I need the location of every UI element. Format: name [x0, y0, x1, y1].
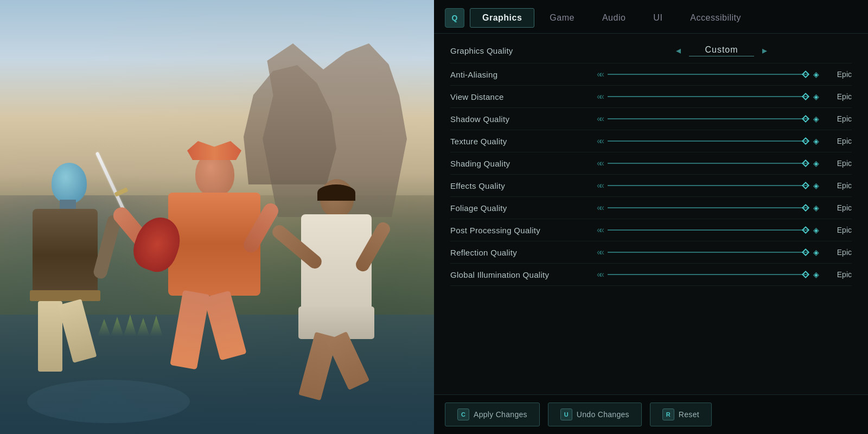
screenshot-panel — [0, 0, 434, 434]
slider-row-texture-quality: Texture Quality «« ◈ Epic — [450, 130, 852, 152]
slider-track-post-processing-quality[interactable] — [608, 229, 808, 231]
slider-row-reflection-quality: Reflection Quality «« ◈ Epic — [450, 241, 852, 264]
q-icon[interactable]: Q — [445, 8, 464, 28]
graphics-quality-control: ◂ Custom ▸ — [591, 44, 852, 56]
slider-thumb-shadow-quality[interactable] — [802, 115, 809, 123]
slider-thumb-post-processing-quality[interactable] — [802, 226, 809, 234]
slider-row-anti-aliasing: Anti-Aliasing «« ◈ Epic — [450, 63, 852, 86]
slider-left-effects-quality[interactable]: «« — [597, 181, 602, 190]
bottom-buttons-container: CApply ChangesUUndo ChangesRReset — [445, 403, 712, 426]
slider-control-effects-quality: «« ◈ Epic — [597, 181, 852, 190]
graphics-quality-row: Graphics Quality ◂ Custom ▸ — [450, 38, 852, 63]
slider-track-shadow-quality[interactable] — [608, 118, 808, 119]
tab-game[interactable]: Game — [537, 8, 587, 28]
screenshot-bg — [0, 0, 434, 434]
slider-track-shading-quality[interactable] — [608, 163, 808, 164]
slider-track-reflection-quality[interactable] — [608, 252, 808, 253]
label-foliage-quality: Foliage Quality — [450, 203, 591, 213]
slider-track-foliage-quality[interactable] — [608, 207, 808, 208]
slider-right-view-distance[interactable]: ◈ — [813, 92, 819, 101]
slider-thumb-anti-aliasing[interactable] — [802, 71, 809, 78]
slider-rows-container: Anti-Aliasing «« ◈ Epic View Distance ««… — [450, 63, 852, 286]
tab-accessibility[interactable]: Accessibility — [678, 8, 754, 28]
slider-left-shading-quality[interactable]: «« — [597, 158, 602, 168]
slider-right-effects-quality[interactable]: ◈ — [813, 181, 819, 190]
slider-track-effects-quality[interactable] — [608, 185, 808, 186]
slider-left-shadow-quality[interactable]: «« — [597, 114, 602, 124]
slider-left-texture-quality[interactable]: «« — [597, 136, 602, 146]
settings-list: Graphics Quality ◂ Custom ▸ Anti-Aliasin… — [434, 34, 868, 394]
slider-row-foliage-quality: Foliage Quality «« ◈ Epic — [450, 197, 852, 219]
slider-right-shading-quality[interactable]: ◈ — [813, 159, 819, 168]
slider-value-foliage-quality: Epic — [825, 203, 852, 212]
slider-right-shadow-quality[interactable]: ◈ — [813, 114, 819, 123]
btn-undo[interactable]: UUndo Changes — [548, 403, 642, 426]
slider-fill-anti-aliasing — [608, 74, 808, 75]
tab-graphics[interactable]: Graphics — [470, 8, 534, 28]
slider-thumb-shading-quality[interactable] — [802, 159, 809, 167]
slider-fill-shadow-quality — [608, 118, 808, 119]
quality-arrow-left[interactable]: ◂ — [676, 44, 681, 56]
slider-track-texture-quality[interactable] — [608, 141, 808, 142]
slider-value-shadow-quality: Epic — [825, 114, 852, 123]
slider-left-anti-aliasing[interactable]: «« — [597, 69, 602, 79]
slider-value-effects-quality: Epic — [825, 181, 852, 190]
slider-right-reflection-quality[interactable]: ◈ — [813, 248, 819, 257]
slider-track-anti-aliasing[interactable] — [608, 74, 808, 75]
slider-thumb-global-illumination-quality[interactable] — [802, 271, 809, 278]
slider-fill-texture-quality — [608, 141, 808, 142]
slider-left-global-illumination-quality[interactable]: «« — [597, 270, 602, 279]
slider-left-view-distance[interactable]: «« — [597, 92, 602, 101]
btn-label-apply: Apply Changes — [474, 410, 527, 419]
label-effects-quality: Effects Quality — [450, 181, 591, 190]
slider-track-global-illumination-quality[interactable] — [608, 274, 808, 275]
label-global-illumination-quality: Global Illumination Quality — [450, 270, 591, 279]
slider-thumb-foliage-quality[interactable] — [802, 204, 809, 212]
slider-right-anti-aliasing[interactable]: ◈ — [813, 70, 819, 79]
slider-left-post-processing-quality[interactable]: «« — [597, 225, 602, 235]
btn-reset[interactable]: RReset — [650, 403, 712, 426]
slider-control-foliage-quality: «« ◈ Epic — [597, 203, 852, 213]
slider-control-anti-aliasing: «« ◈ Epic — [597, 69, 852, 79]
btn-key-apply: C — [457, 409, 469, 420]
slider-thumb-effects-quality[interactable] — [802, 182, 809, 189]
slider-fill-post-processing-quality — [608, 229, 808, 231]
slider-fill-foliage-quality — [608, 207, 808, 208]
slider-control-shading-quality: «« ◈ Epic — [597, 158, 852, 168]
slider-fill-global-illumination-quality — [608, 274, 808, 275]
slider-row-global-illumination-quality: Global Illumination Quality «« ◈ Epic — [450, 264, 852, 286]
slider-value-shading-quality: Epic — [825, 159, 852, 168]
slider-thumb-view-distance[interactable] — [802, 93, 809, 100]
btn-apply[interactable]: CApply Changes — [445, 403, 540, 426]
slider-left-reflection-quality[interactable]: «« — [597, 247, 602, 257]
tab-ui[interactable]: UI — [641, 8, 675, 28]
slider-thumb-texture-quality[interactable] — [802, 137, 809, 145]
slider-control-global-illumination-quality: «« ◈ Epic — [597, 270, 852, 279]
btn-label-undo: Undo Changes — [577, 410, 629, 419]
slider-thumb-reflection-quality[interactable] — [802, 248, 809, 256]
label-view-distance: View Distance — [450, 92, 591, 101]
slider-fill-view-distance — [608, 96, 808, 97]
slider-value-texture-quality: Epic — [825, 137, 852, 145]
label-shadow-quality: Shadow Quality — [450, 114, 591, 124]
slider-fill-shading-quality — [608, 163, 808, 164]
tab-bar: Q Graphics Game Audio UI Accessibility — [434, 0, 868, 34]
slider-track-view-distance[interactable] — [608, 96, 808, 97]
slider-right-foliage-quality[interactable]: ◈ — [813, 203, 819, 212]
bottom-bar: CApply ChangesUUndo ChangesRReset — [434, 394, 868, 434]
label-post-processing-quality: Post Processing Quality — [450, 226, 591, 235]
settings-panel: Q Graphics Game Audio UI Accessibility G… — [434, 0, 868, 434]
slider-value-global-illumination-quality: Epic — [825, 270, 852, 279]
label-texture-quality: Texture Quality — [450, 137, 591, 146]
slider-control-texture-quality: «« ◈ Epic — [597, 136, 852, 146]
slider-value-view-distance: Epic — [825, 92, 852, 101]
slider-left-foliage-quality[interactable]: «« — [597, 203, 602, 213]
quality-value: Custom — [689, 45, 754, 56]
slider-right-post-processing-quality[interactable]: ◈ — [813, 226, 819, 234]
slider-right-texture-quality[interactable]: ◈ — [813, 137, 819, 145]
tab-audio[interactable]: Audio — [590, 8, 638, 28]
slider-right-global-illumination-quality[interactable]: ◈ — [813, 270, 819, 279]
slider-row-effects-quality: Effects Quality «« ◈ Epic — [450, 175, 852, 197]
quality-arrow-right[interactable]: ▸ — [762, 44, 767, 56]
slider-control-reflection-quality: «« ◈ Epic — [597, 247, 852, 257]
